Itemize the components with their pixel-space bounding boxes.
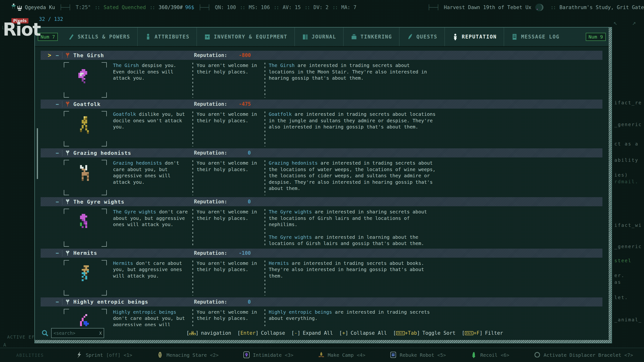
collapse-toggle[interactable]: − bbox=[56, 199, 62, 205]
ability-key: <7> bbox=[624, 352, 633, 358]
faction-paragraph: Goatfolk are interested in trading secre… bbox=[269, 111, 446, 130]
ability-key: <4> bbox=[357, 352, 365, 358]
portrait-corner bbox=[64, 141, 69, 146]
tab-skills-powers[interactable]: SKILLS & POWERS bbox=[61, 28, 137, 46]
level-label: LVL: 27 bbox=[2, 25, 21, 30]
ability-intimidate[interactable]: Intimidate<3> bbox=[243, 351, 294, 359]
portrait-corner bbox=[64, 111, 69, 116]
footer-hints: []navigation[Enter]Collapse[-]Expand All… bbox=[186, 330, 509, 336]
faction-text-column: Hermits are interested in trading secret… bbox=[269, 260, 446, 295]
clear-search-button[interactable]: X bbox=[99, 331, 102, 336]
faction-text-column: You aren't welcome in their holy places. bbox=[196, 309, 261, 326]
bracket: [ bbox=[186, 330, 190, 336]
faction-header[interactable]: −Highly entropic beingsReputation:0 bbox=[40, 297, 602, 306]
faction-name-highlight: Grazing hedonists bbox=[269, 160, 318, 166]
portrait-corner bbox=[64, 209, 69, 214]
paragraph-text: You aren't welcome in their holy places. bbox=[196, 309, 257, 321]
faction-text-column: The Gyre wights are interested in sharin… bbox=[269, 209, 446, 247]
background-fragment: ies) bbox=[614, 172, 628, 177]
status-bar: Qgeyeda Ku ├──┤ T:25° :: Sated Quenched … bbox=[0, 0, 644, 15]
tab-label: INVENTORY & EQUIPMENT bbox=[214, 34, 287, 40]
tab-message-log[interactable]: MESSAGE LOG bbox=[504, 28, 566, 46]
faction-name-highlight: Goatfolk bbox=[113, 111, 136, 117]
selection-cursor-icon: > bbox=[48, 52, 51, 59]
tab-tinkering[interactable]: TINKERING bbox=[343, 28, 399, 46]
faction-text-column: Goatfolk dislike you, but docile ones wo… bbox=[113, 111, 189, 146]
faction-header[interactable]: −Grazing hedonistsReputation:0 bbox=[40, 148, 602, 157]
collapse-toggle[interactable]: − bbox=[56, 52, 62, 58]
portrait-corner bbox=[102, 290, 107, 295]
collapse-toggle[interactable]: − bbox=[56, 101, 62, 107]
faction-portrait bbox=[64, 309, 107, 326]
header-divider bbox=[62, 299, 62, 305]
collapse-toggle[interactable]: − bbox=[56, 250, 62, 256]
ability-rebuke-robot[interactable]: Rebuke Robot<5> bbox=[390, 351, 446, 359]
faction-name-highlight: The Girsh bbox=[113, 62, 139, 68]
stat-av: AV: 15 bbox=[282, 5, 301, 10]
scrollbar-thumb[interactable] bbox=[37, 128, 38, 179]
person-icon bbox=[145, 33, 152, 41]
faction-header[interactable]: >−The GirshReputation:-800 bbox=[40, 51, 602, 60]
tab-attributes[interactable]: ATTRIBUTES bbox=[137, 28, 196, 46]
faction-name: Grazing hedonists bbox=[73, 150, 131, 156]
tab-reputation[interactable]: REPUTATION bbox=[444, 28, 504, 46]
ability-sprint[interactable]: Sprint[off]<1> bbox=[76, 351, 132, 359]
footer-hint: [+]Collapse All bbox=[339, 330, 387, 336]
ability-recoil[interactable]: Recoil<6> bbox=[470, 351, 509, 359]
recoil-icon bbox=[470, 351, 477, 359]
background-fragment: er. bbox=[614, 273, 625, 278]
faction-name-highlight: Grazing hedonists bbox=[113, 160, 162, 166]
resize-arrow-icon: ↖ bbox=[614, 19, 617, 26]
game-date: Harvest Dawn 19th of Tebet Ux bbox=[444, 5, 532, 10]
ability-name: Rebuke Robot bbox=[400, 352, 434, 358]
temperature: T:25° bbox=[76, 5, 91, 10]
faction-text-column: Highly entropic beings are interested in… bbox=[269, 309, 446, 326]
ability-name: Make Camp bbox=[328, 352, 354, 358]
tab-quests[interactable]: QUESTS bbox=[399, 28, 444, 46]
ability-bar: ABILITIES Sprint[off]<1>Menacing Stare<2… bbox=[0, 348, 644, 362]
faction-portrait bbox=[64, 209, 107, 247]
faction-sprite-entropic bbox=[75, 314, 96, 326]
faction-glyph-icon bbox=[65, 198, 70, 205]
search-input[interactable] bbox=[52, 330, 94, 336]
faction-detail: The Girsh despise you. Even docile ones … bbox=[64, 62, 602, 98]
faction-header[interactable]: −HermitsReputation:-100 bbox=[40, 249, 602, 258]
faction-text-column: Hermits don't care about you, but aggres… bbox=[113, 260, 189, 295]
collapse-toggle[interactable]: − bbox=[56, 299, 62, 305]
column-divider bbox=[192, 111, 193, 146]
faction-header[interactable]: −GoatfolkReputation:-475 bbox=[40, 100, 602, 109]
tab-label: MESSAGE LOG bbox=[521, 34, 560, 40]
header-divider bbox=[62, 101, 62, 107]
reputation-value: -475 bbox=[208, 101, 251, 107]
faction-sprite-goatfolk bbox=[75, 116, 96, 141]
separator: :: bbox=[550, 5, 556, 10]
hint-key: - bbox=[294, 330, 298, 336]
faction-detail: Grazing hedonists don't care about you, … bbox=[64, 160, 602, 195]
portrait-corner bbox=[102, 209, 107, 214]
ability-make-camp[interactable]: Make Camp<4> bbox=[318, 351, 366, 359]
footer-hint: [Ctrl+Tab]Toggle Sort bbox=[393, 330, 456, 336]
scroll-icon bbox=[511, 33, 518, 41]
stat-qn: QN: 100 bbox=[215, 5, 236, 10]
portrait-corner bbox=[64, 290, 69, 295]
tab-key-left: Num 7 bbox=[38, 33, 58, 41]
header-divider bbox=[62, 52, 62, 58]
tab-journal[interactable]: JOURNAL bbox=[294, 28, 344, 46]
figure-icon bbox=[452, 33, 459, 41]
faction-text-column: You aren't welcome in their holy places. bbox=[196, 209, 261, 247]
portrait-corner bbox=[64, 190, 69, 195]
ability-activate-displacer-bracelet[interactable]: Activate Displacer Bracelet<7> bbox=[534, 351, 633, 359]
footer-hint: [-]Expand All bbox=[291, 330, 333, 336]
collapse-toggle[interactable]: − bbox=[56, 150, 62, 156]
tab-inventory-equipment[interactable]: INVENTORY & EQUIPMENT bbox=[196, 28, 294, 46]
search-box[interactable]: X bbox=[51, 328, 104, 338]
faction-header[interactable]: −The Gyre wightsReputation:0 bbox=[40, 197, 602, 206]
faction-portrait bbox=[64, 160, 107, 195]
portrait-corner bbox=[64, 92, 69, 98]
column-divider bbox=[192, 160, 193, 195]
faction-paragraph: Goatfolk dislike you, but docile ones wo… bbox=[113, 111, 189, 130]
background-fragment: ability bbox=[614, 157, 638, 163]
ability-menacing-stare[interactable]: Menacing Stare<2> bbox=[157, 351, 218, 359]
background-fragment: ct as a bbox=[614, 141, 638, 146]
background-fragment: ifact_wi bbox=[614, 223, 642, 228]
